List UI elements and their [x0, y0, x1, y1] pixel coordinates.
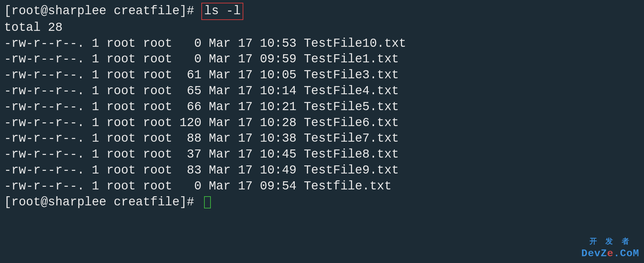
watermark-top-text: 开 发 者	[581, 237, 639, 247]
file-row: -rw-r--r--. 1 root root 120 Mar 17 10:28…	[4, 115, 640, 131]
prompt-line-2[interactable]: [root@sharplee creatfile]#	[4, 195, 640, 210]
shell-prompt: [root@sharplee creatfile]#	[4, 3, 201, 19]
file-row: -rw-r--r--. 1 root root 0 Mar 17 09:59 T…	[4, 52, 640, 67]
command-highlight-box: ls -l	[201, 3, 243, 20]
file-row: -rw-r--r--. 1 root root 83 Mar 17 10:49 …	[4, 163, 640, 179]
file-row: -rw-r--r--. 1 root root 88 Mar 17 10:38 …	[4, 131, 640, 147]
file-row: -rw-r--r--. 1 root root 0 Mar 17 10:53 T…	[4, 36, 640, 52]
file-row: -rw-r--r--. 1 root root 37 Mar 17 10:45 …	[4, 147, 640, 163]
file-row: -rw-r--r--. 1 root root 66 Mar 17 10:21 …	[4, 99, 640, 115]
file-row: -rw-r--r--. 1 root root 0 Mar 17 09:54 T…	[4, 179, 640, 195]
prompt-line-1: [root@sharplee creatfile]# ls -l	[4, 3, 640, 20]
total-line: total 28	[4, 20, 640, 36]
command-text: ls -l	[204, 4, 241, 18]
watermark-bottom-text: DevZe.CoM	[581, 247, 639, 260]
terminal-output[interactable]: [root@sharplee creatfile]# ls -l total 2…	[4, 3, 640, 210]
shell-prompt: [root@sharplee creatfile]#	[4, 195, 201, 210]
file-listing: -rw-r--r--. 1 root root 0 Mar 17 10:53 T…	[4, 36, 640, 195]
file-row: -rw-r--r--. 1 root root 61 Mar 17 10:05 …	[4, 67, 640, 83]
cursor-icon	[204, 196, 211, 208]
watermark: 开 发 者 DevZe.CoM	[581, 237, 639, 260]
file-row: -rw-r--r--. 1 root root 65 Mar 17 10:14 …	[4, 83, 640, 99]
